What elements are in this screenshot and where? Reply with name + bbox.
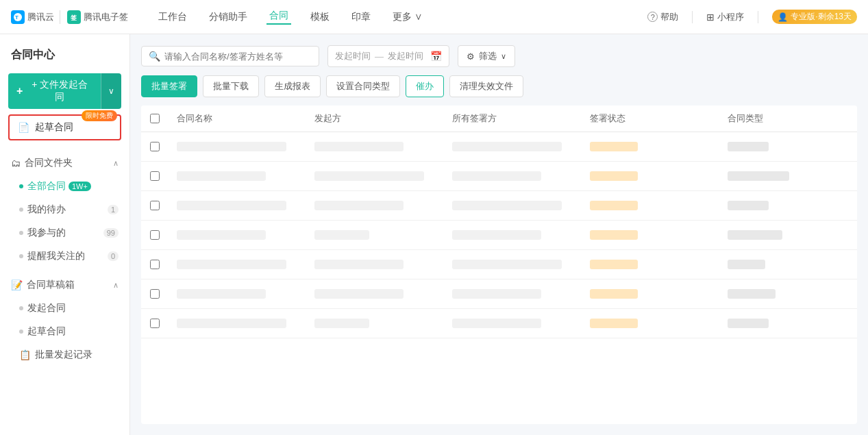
my-pending-label: 我的待办 [27, 203, 66, 216]
table-row[interactable] [141, 132, 857, 162]
row-checkbox[interactable] [150, 289, 160, 299]
file-launch-wrapper: + + 文件发起合同 ∨ [8, 73, 121, 109]
folder-section-header[interactable]: 🗂 合同文件夹 ∧ [0, 151, 129, 175]
file-launch-button[interactable]: + + 文件发起合同 [8, 73, 101, 109]
sidebar-item-my-pending[interactable]: 我的待办 1 [0, 198, 129, 221]
file-launch-dropdown-button[interactable]: ∨ [101, 73, 121, 109]
row-checkbox[interactable] [150, 142, 160, 151]
launch-contract-label-wrap: 发起合同 [19, 302, 66, 314]
table-row[interactable] [141, 250, 857, 279]
remind-button[interactable]: 催办 [406, 75, 444, 97]
logo-area: T 腾讯云 签 腾讯电子签 [11, 10, 128, 24]
menu-seal[interactable]: 印章 [349, 11, 373, 23]
sidebar-item-launch-contract[interactable]: 发起合同 [0, 297, 129, 320]
date-start-label: 发起时间 [335, 50, 371, 62]
row-checkbox[interactable] [150, 171, 160, 181]
plus-icon: + [16, 85, 23, 97]
active-dot [19, 184, 23, 188]
row-status [582, 191, 719, 220]
menu-template[interactable]: 模板 [308, 11, 332, 23]
clear-invalid-button[interactable]: 清理失效文件 [449, 75, 523, 97]
esign-logo[interactable]: 签 腾讯电子签 [60, 10, 128, 24]
table-row[interactable] [141, 162, 857, 191]
pro-badge[interactable]: 👤 专业版·剩余13天 [772, 10, 857, 24]
batch-download-button[interactable]: 批量下载 [203, 75, 259, 97]
help-button[interactable]: ? 帮助 [647, 11, 678, 23]
row-checkbox[interactable] [150, 319, 160, 328]
calendar-icon: 📅 [430, 51, 442, 62]
search-input[interactable] [164, 51, 312, 62]
row-status [582, 309, 719, 338]
row-status [582, 221, 719, 249]
row-status [582, 250, 719, 279]
nav-divider2 [758, 11, 758, 23]
sidebar-item-participated[interactable]: 我参与的 99 [0, 221, 129, 245]
contract-table: 合同名称 发起方 所有签署方 签署状态 合同类型 [141, 105, 857, 424]
main-layout: 合同中心 + + 文件发起合同 ∨ 📄 起草合同 限时免费 🗂 合同文件夹 ∧ [0, 34, 868, 435]
draft-section-header[interactable]: 📝 合同草稿箱 ∧ [0, 273, 129, 297]
select-all-cell[interactable] [141, 105, 169, 132]
row-signers [444, 279, 582, 308]
row-sender [306, 221, 444, 249]
folder-icon: 🗂 [11, 158, 21, 169]
row-signers [444, 162, 582, 190]
participated-label-wrap: 我参与的 [19, 227, 66, 239]
row-check[interactable] [141, 221, 169, 249]
svg-text:签: 签 [71, 14, 77, 21]
row-sender [306, 250, 444, 279]
sidebar-item-batch-record[interactable]: 📋 批量发起记录 [0, 343, 129, 366]
sidebar-title: 合同中心 [0, 42, 129, 73]
table-row[interactable] [141, 309, 857, 338]
generate-report-button[interactable]: 生成报表 [264, 75, 321, 97]
row-type [719, 309, 857, 338]
tencent-cloud-logo[interactable]: T 腾讯云 [11, 10, 54, 24]
menu-contract[interactable]: 合同 [266, 10, 291, 25]
filter-chevron-icon: ∨ [501, 52, 506, 61]
topnav: T 腾讯云 签 腾讯电子签 工作台 分销助手 合同 模板 印章 更多 ∨ ? 帮… [0, 0, 868, 34]
row-sender [306, 132, 444, 161]
mini-program-button[interactable]: ⊞ 小程序 [706, 11, 744, 23]
row-signers [444, 250, 582, 279]
row-checkbox[interactable] [150, 230, 160, 240]
table-row[interactable] [141, 191, 857, 221]
row-checkbox[interactable] [150, 260, 160, 269]
row-status [582, 132, 719, 161]
menu-distribution[interactable]: 分销助手 [206, 11, 250, 23]
select-all-checkbox[interactable] [150, 114, 160, 123]
row-check[interactable] [141, 250, 169, 279]
search-icon: 🔍 [149, 51, 160, 62]
table-row[interactable] [141, 279, 857, 309]
draft-icon: 📄 [18, 122, 29, 133]
draft-contract-item[interactable]: 📄 起草合同 限时免费 [8, 114, 121, 140]
row-sender [306, 191, 444, 220]
sidebar-section-folder: 🗂 合同文件夹 ∧ 全部合同 1W+ 我的待办 1 [0, 151, 129, 268]
menu-workbench[interactable]: 工作台 [156, 11, 190, 23]
remind-label-wrap: 提醒我关注的 [19, 250, 85, 262]
date-range-wrap[interactable]: 发起时间 — 发起时间 📅 [327, 45, 449, 67]
sidebar-item-remind[interactable]: 提醒我关注的 0 [0, 245, 129, 268]
sidebar-item-draft-contract[interactable]: 起草合同 [0, 320, 129, 343]
search-input-wrap[interactable]: 🔍 [141, 46, 319, 66]
inactive-dot4 [19, 306, 23, 310]
filter-button[interactable]: ⚙ 筛选 ∨ [458, 45, 515, 67]
table-row[interactable] [141, 221, 857, 250]
row-check[interactable] [141, 162, 169, 190]
row-check[interactable] [141, 132, 169, 161]
row-sender [306, 162, 444, 190]
table-header: 合同名称 发起方 所有签署方 签署状态 合同类型 [141, 105, 857, 132]
date-end-label: 发起时间 [388, 50, 423, 62]
row-check[interactable] [141, 279, 169, 308]
search-bar: 🔍 发起时间 — 发起时间 📅 ⚙ 筛选 ∨ [141, 45, 857, 67]
batch-sign-button[interactable]: 批量签署 [141, 75, 197, 97]
col-status: 签署状态 [582, 105, 719, 132]
row-type [719, 162, 857, 190]
row-check[interactable] [141, 309, 169, 338]
row-checkbox[interactable] [150, 201, 160, 210]
menu-more[interactable]: 更多 ∨ [390, 11, 425, 23]
set-contract-type-button[interactable]: 设置合同类型 [326, 75, 400, 97]
sidebar-item-all-contracts[interactable]: 全部合同 1W+ [0, 175, 129, 198]
row-check[interactable] [141, 191, 169, 220]
draft-contract-label: 起草合同 [35, 121, 73, 134]
row-type [719, 221, 857, 249]
row-signers [444, 132, 582, 161]
